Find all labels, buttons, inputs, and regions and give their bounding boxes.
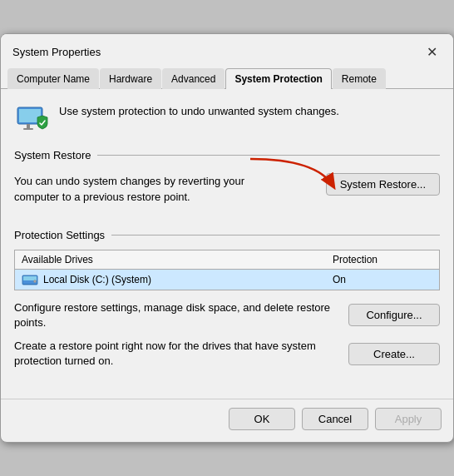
table-header-row: Available Drives Protection <box>15 250 439 270</box>
create-description: Create a restore point right now for the… <box>14 339 340 369</box>
red-arrow-icon <box>242 155 342 205</box>
svg-rect-8 <box>23 284 37 285</box>
protection-settings-title: Protection Settings <box>14 229 105 241</box>
protection-actions: Configure restore settings, manage disk … <box>14 300 440 369</box>
info-box: Use system protection to undo unwanted s… <box>14 101 440 136</box>
svg-rect-6 <box>23 276 37 280</box>
system-restore-section: System Restore You can undo system chang… <box>14 149 440 217</box>
window-title: System Properties <box>12 46 101 58</box>
col-protection: Protection <box>333 254 432 265</box>
footer: OK Cancel Apply <box>1 399 453 442</box>
drive-protection-status: On <box>333 274 432 285</box>
prot-section-divider <box>111 235 440 236</box>
tab-content: Use system protection to undo unwanted s… <box>1 89 453 393</box>
system-properties-window: System Properties ✕ Computer Name Hardwa… <box>0 33 454 444</box>
title-bar: System Properties ✕ <box>1 34 453 67</box>
tab-hardware[interactable]: Hardware <box>100 68 161 89</box>
configure-button[interactable]: Configure... <box>348 304 440 326</box>
close-button[interactable]: ✕ <box>422 42 442 62</box>
tab-advanced[interactable]: Advanced <box>162 68 225 89</box>
system-restore-header: System Restore <box>14 149 440 161</box>
svg-rect-3 <box>23 128 33 130</box>
drive-icon <box>22 273 38 286</box>
tab-computer-name[interactable]: Computer Name <box>7 68 99 89</box>
cancel-button[interactable]: Cancel <box>302 408 368 430</box>
configure-row: Configure restore settings, manage disk … <box>14 300 440 330</box>
tab-remote[interactable]: Remote <box>333 68 386 89</box>
system-restore-button[interactable]: System Restore... <box>326 173 440 196</box>
configure-description: Configure restore settings, manage disk … <box>14 300 340 330</box>
apply-button[interactable]: Apply <box>375 408 442 430</box>
system-restore-description: You can undo system changes by reverting… <box>14 173 247 206</box>
create-row: Create a restore point right now for the… <box>14 339 440 369</box>
system-restore-row: You can undo system changes by reverting… <box>14 170 440 217</box>
drive-name: Local Disk (C:) (System) <box>22 273 333 286</box>
info-description: Use system protection to undo unwanted s… <box>59 101 339 119</box>
protection-settings-section: Protection Settings Available Drives Pro… <box>14 229 440 369</box>
col-available-drives: Available Drives <box>22 254 333 265</box>
system-restore-title: System Restore <box>14 149 91 161</box>
table-row[interactable]: Local Disk (C:) (System) On <box>15 270 439 290</box>
tab-bar: Computer Name Hardware Advanced System P… <box>1 67 453 89</box>
svg-point-7 <box>34 280 37 282</box>
ok-button[interactable]: OK <box>229 408 295 430</box>
protection-settings-header: Protection Settings <box>14 229 440 241</box>
tab-system-protection[interactable]: System Protection <box>225 68 331 89</box>
drives-table: Available Drives Protection Local Disk (… <box>14 250 440 290</box>
create-button[interactable]: Create... <box>348 343 440 365</box>
svg-rect-2 <box>27 124 30 128</box>
shield-computer-icon <box>14 101 49 136</box>
